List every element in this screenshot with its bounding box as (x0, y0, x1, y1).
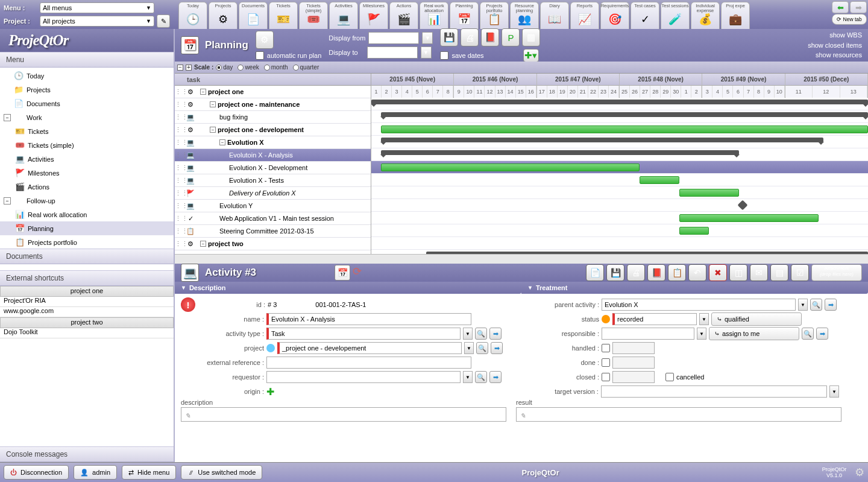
goto-icon[interactable]: ➡ (491, 342, 503, 354)
tab-test-cases[interactable]: Test cases✓ (631, 2, 659, 29)
dropdown-icon[interactable]: ▼ (829, 385, 839, 398)
task-row[interactable]: ⋮⋮💻Evolution X - Development (175, 162, 371, 174)
scale-day[interactable]: day (216, 64, 233, 71)
gantt-bar-row[interactable] (371, 212, 868, 224)
scale-week[interactable]: week (237, 64, 259, 71)
description-section[interactable]: ▼Description (175, 282, 521, 294)
qualified-button[interactable]: ⤷qualified (711, 312, 802, 326)
sidebar-item-milestones[interactable]: 🚩Milestones (0, 166, 174, 180)
tab-requirements[interactable]: Requirements🎯 (600, 2, 629, 29)
tab-projects-portfolio[interactable]: Projects portfolio📋 (480, 2, 509, 29)
activity-type-select[interactable]: Task (266, 328, 461, 340)
show-closed-link[interactable]: show closed items (808, 40, 862, 51)
dropdown-icon[interactable]: ▼ (697, 328, 706, 340)
expand-all-icon[interactable]: + (186, 65, 192, 71)
dropdown-icon[interactable]: ▼ (464, 342, 474, 354)
filter-button[interactable]: ◫ (729, 264, 747, 281)
goto-icon[interactable]: ➡ (489, 328, 502, 340)
display-from-input[interactable]: 26/10/2015 (368, 32, 419, 44)
gantt-scrollbar[interactable] (175, 254, 868, 264)
tab-resource-planning[interactable]: Resource planning👥 (510, 2, 539, 29)
done-checkbox[interactable] (602, 358, 610, 367)
requestor-select[interactable] (266, 371, 461, 383)
task-row[interactable]: ⋮⋮💻Evolution X - Tests (175, 174, 371, 187)
task-row[interactable]: ⋮⋮✓Web Application V1 - Main test sessio… (175, 212, 371, 225)
task-row[interactable]: ⋮⋮💻Evolution Y (175, 200, 371, 212)
print-detail-button[interactable]: 🖨 (627, 264, 645, 281)
documents-section-header[interactable]: Documents (0, 249, 174, 264)
mail-button[interactable]: ✉ (750, 264, 768, 281)
shortcuts-section-header[interactable]: External shortcuts (0, 270, 174, 286)
gantt-bar-row[interactable] (371, 174, 868, 186)
add-button[interactable]: ✚▾ (523, 49, 539, 62)
sidebar-item-projects-portfolio[interactable]: 📋Projects portfolio (0, 235, 174, 249)
run-plan-button[interactable]: ⚙ (256, 31, 274, 49)
responsible-select[interactable] (602, 328, 694, 340)
tab-projects[interactable]: Projects⚙ (209, 2, 237, 29)
sidebar-item-tickets-simple-[interactable]: 🎟️Tickets (simple) (0, 138, 174, 152)
tab-actions[interactable]: Actions🎬 (389, 2, 418, 29)
search-icon[interactable]: 🔍 (476, 342, 488, 354)
sidebar-item-real-work-allocation[interactable]: 📊Real work allocation (0, 208, 174, 221)
target-version-select[interactable] (601, 385, 827, 398)
shortcut-link[interactable]: Project'Or RIA (0, 297, 174, 307)
parent-activity-select[interactable]: Evolution X (602, 299, 796, 311)
task-row[interactable]: ⋮⋮🚩Delivery of Evolution X (175, 187, 371, 200)
scale-quarter[interactable]: quarter (293, 64, 319, 71)
collapse-all-icon[interactable]: − (177, 65, 183, 71)
gantt-bar-row[interactable] (371, 110, 868, 123)
date-picker-icon[interactable]: ▼ (421, 46, 432, 59)
sidebar-item-work[interactable]: −Work (0, 110, 174, 124)
nav-forward-icon[interactable]: ➡ (850, 1, 867, 13)
gantt-bar-row[interactable] (371, 250, 868, 254)
task-row[interactable]: ⋮⋮💻−Evolution X (175, 136, 371, 149)
sidebar-item-tickets[interactable]: 🎫Tickets (0, 124, 174, 138)
auto-run-checkbox[interactable] (256, 51, 264, 60)
cancelled-checkbox[interactable] (665, 373, 674, 381)
tab-milestones[interactable]: Milestones🚩 (359, 2, 388, 29)
tab-activities[interactable]: Activities💻 (329, 2, 358, 29)
pdf-button[interactable]: 📕 (481, 28, 499, 46)
shortcut-link[interactable]: Dojo Toolkit (0, 328, 174, 338)
task-row[interactable]: ⋮⋮⚙−project one (175, 86, 371, 98)
task-row[interactable]: ⋮⋮💻Evolutoin X - Analysis (175, 149, 371, 162)
gantt-bar-row[interactable] (371, 199, 868, 212)
dropdown-icon[interactable]: ▼ (463, 328, 473, 340)
project-select[interactable]: All projects▼ (40, 16, 154, 27)
gantt-bar-row[interactable] (371, 148, 868, 161)
menu-select[interactable]: All menus▼ (40, 2, 154, 13)
result-textarea[interactable]: ✎ (516, 407, 841, 422)
mspproject-button[interactable]: P (502, 28, 520, 46)
add-origin-icon[interactable]: ✚ (266, 386, 274, 398)
task-row[interactable]: ⋮⋮⚙−project two (175, 238, 371, 250)
new-tab-button[interactable]: ⟳ New tab (832, 14, 867, 25)
shortcut-link[interactable]: www.google.com (0, 307, 174, 317)
sidebar-item-planning[interactable]: 📅Planning (0, 221, 174, 235)
tab-tickets-simple-[interactable]: Tickets (simple)🎟️ (299, 2, 328, 29)
checklist-button[interactable]: ☑ (791, 264, 809, 281)
task-row[interactable]: ⋮⋮💻bug fixing (175, 111, 371, 124)
dropdown-icon[interactable]: ▼ (699, 313, 709, 325)
calendar-icon[interactable]: 📅 (335, 265, 350, 281)
gantt-bar-row[interactable] (371, 186, 868, 199)
user-button[interactable]: 👤admin (74, 465, 117, 480)
tab-individual-expense[interactable]: Individual expense💰 (691, 2, 720, 29)
goto-icon[interactable]: ➡ (825, 299, 837, 311)
task-row[interactable]: ⋮⋮📋Steering Committee 2012-03-15 (175, 225, 371, 238)
date-picker-icon[interactable]: ▼ (422, 32, 433, 44)
delete-button[interactable]: ✖ (709, 264, 727, 281)
disconnect-button[interactable]: ⏻Disconnection (4, 465, 69, 480)
sidebar-item-activities[interactable]: 💻Activities (0, 152, 174, 166)
show-resources-link[interactable]: show resources (808, 50, 862, 60)
assign-to-me-button[interactable]: ⤷assign to me (709, 327, 799, 340)
treatment-section[interactable]: ▼Treatment (521, 282, 868, 294)
sidebar-item-actions[interactable]: 🎬Actions (0, 180, 174, 194)
sidebar-item-today[interactable]: 🕒Today (0, 69, 174, 83)
save-detail-button[interactable]: 💾 (606, 264, 624, 281)
tab-proj-expe[interactable]: Proj expe💼 (721, 2, 750, 29)
goto-icon[interactable]: ➡ (489, 371, 502, 383)
columns-button[interactable]: ▦ (522, 28, 540, 46)
tab-tickets[interactable]: Tickets🎫 (269, 2, 298, 29)
handled-checkbox[interactable] (602, 344, 610, 352)
search-icon[interactable]: 🔍 (475, 328, 487, 340)
